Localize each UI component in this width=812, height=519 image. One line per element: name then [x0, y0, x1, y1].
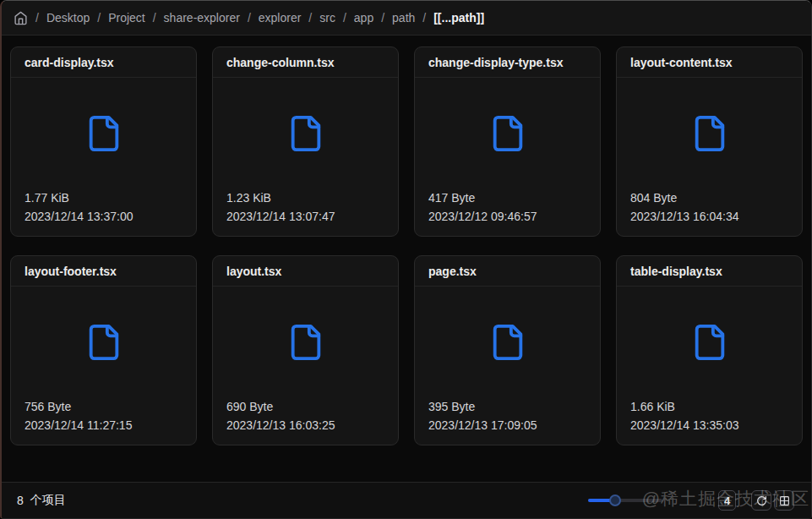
item-count: 8 [17, 494, 24, 507]
breadcrumb-item-explorer[interactable]: explorer [259, 11, 302, 25]
display-type-toggle-button[interactable] [774, 490, 794, 511]
item-count-label: 个项目 [30, 493, 66, 508]
refresh-icon [756, 495, 767, 506]
file-icon [286, 114, 325, 153]
file-modified: 2023/12/13 17:09:05 [428, 416, 586, 434]
breadcrumb-separator: / [153, 11, 156, 25]
file-icon [690, 323, 729, 362]
file-icon [488, 114, 527, 153]
breadcrumb-current: [[...path]] [433, 11, 484, 25]
breadcrumb-item-project[interactable]: Project [108, 11, 145, 25]
file-modified: 2023/12/14 13:35:03 [630, 416, 788, 434]
refresh-button[interactable] [751, 490, 771, 511]
breadcrumb-separator: / [422, 11, 426, 25]
file-size: 395 Byte [428, 397, 586, 416]
status-bar: 8 个项目 4 @稀土掘金技术社区 [2, 482, 811, 518]
file-name: card-display.tsx [11, 47, 196, 78]
file-card[interactable]: change-column.tsx 1.23 KiB 2023/12/14 13… [212, 46, 399, 237]
file-modified: 2023/12/14 13:37:00 [25, 207, 183, 226]
file-card[interactable]: page.tsx 395 Byte 2023/12/13 17:09:05 [414, 255, 601, 445]
file-name: layout-footer.tsx [11, 256, 196, 287]
file-explorer-window: / Desktop / Project / share-explorer / e… [0, 0, 812, 519]
file-icon [84, 114, 123, 153]
breadcrumb-separator: / [381, 11, 384, 25]
column-count-value: 4 [718, 490, 736, 511]
file-card[interactable]: layout-content.tsx 804 Byte 2023/12/13 1… [616, 46, 803, 237]
breadcrumb-separator: / [343, 11, 346, 25]
breadcrumb-item-share-explorer[interactable]: share-explorer [164, 11, 240, 25]
grid-icon [779, 495, 790, 506]
file-size: 756 Byte [25, 397, 183, 416]
file-icon [690, 114, 729, 153]
breadcrumb-separator: / [97, 11, 101, 25]
home-icon[interactable] [14, 11, 28, 25]
file-modified: 2023/12/13 16:03:25 [226, 416, 384, 434]
file-size: 1.66 KiB [630, 397, 788, 416]
slider-thumb[interactable] [609, 494, 621, 506]
breadcrumb-separator: / [248, 11, 251, 25]
file-card[interactable]: table-display.tsx 1.66 KiB 2023/12/14 13… [616, 255, 803, 445]
file-name: layout.tsx [213, 256, 398, 287]
file-size: 690 Byte [226, 397, 384, 416]
file-name: table-display.tsx [617, 256, 802, 287]
file-size: 417 Byte [428, 188, 586, 207]
breadcrumb: / Desktop / Project / share-explorer / e… [2, 1, 811, 36]
file-grid: card-display.tsx 1.77 KiB 2023/12/14 13:… [2, 36, 811, 456]
file-size: 1.77 KiB [25, 188, 183, 207]
file-name: page.tsx [415, 256, 600, 287]
breadcrumb-item-src[interactable]: src [319, 11, 335, 25]
file-modified: 2023/12/12 09:46:57 [428, 207, 586, 226]
file-icon [286, 323, 325, 362]
breadcrumb-item-app[interactable]: app [354, 11, 373, 25]
file-card[interactable]: card-display.tsx 1.77 KiB 2023/12/14 13:… [10, 46, 197, 237]
file-name: layout-content.tsx [617, 47, 802, 78]
breadcrumb-separator: / [35, 11, 39, 25]
file-card[interactable]: layout-footer.tsx 756 Byte 2023/12/14 11… [10, 255, 197, 445]
breadcrumb-item-desktop[interactable]: Desktop [46, 11, 90, 25]
breadcrumb-item-path[interactable]: path [392, 11, 415, 25]
breadcrumb-separator: / [308, 11, 312, 25]
file-modified: 2023/12/13 16:04:34 [630, 207, 788, 226]
file-name: change-display-type.tsx [415, 47, 600, 78]
column-slider[interactable] [588, 494, 662, 507]
file-modified: 2023/12/14 13:07:47 [226, 207, 384, 226]
file-card[interactable]: layout.tsx 690 Byte 2023/12/13 16:03:25 [212, 255, 399, 445]
file-icon [488, 323, 527, 362]
file-icon [84, 323, 123, 362]
file-size: 1.23 KiB [226, 188, 384, 207]
file-modified: 2023/12/14 11:27:15 [25, 416, 183, 434]
file-size: 804 Byte [630, 188, 788, 207]
file-card[interactable]: change-display-type.tsx 417 Byte 2023/12… [414, 46, 601, 237]
file-name: change-column.tsx [213, 47, 398, 78]
